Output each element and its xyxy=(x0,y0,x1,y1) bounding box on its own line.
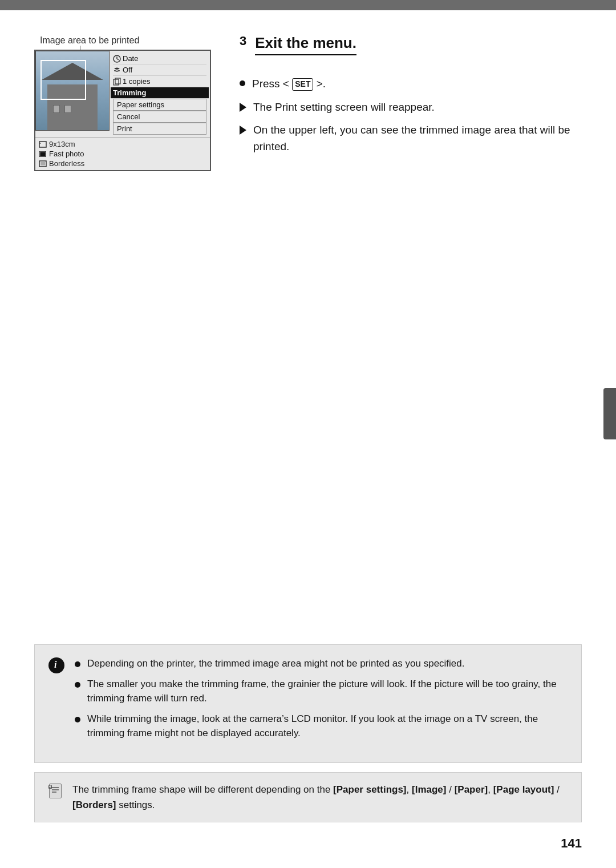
size-label: 9x13cm xyxy=(49,140,75,148)
note-bold-5: [Borders] xyxy=(72,800,116,810)
window1 xyxy=(53,105,60,113)
type-row: Fast photo xyxy=(39,150,206,158)
instruction-2: The Print setting screen will reappear. xyxy=(240,99,582,116)
warning-3-text: While trimming the image, look at the ca… xyxy=(87,712,568,741)
lcd-inner: Date Off xyxy=(35,51,210,137)
note-bold-4: [Page layout] xyxy=(493,784,554,795)
size-row: 9x13cm xyxy=(39,140,206,148)
cancel-label: Cancel xyxy=(117,112,140,121)
set-button: SET xyxy=(292,78,313,91)
lcd-image xyxy=(35,51,110,131)
type-icon xyxy=(39,150,47,158)
image-area-label: Image area to be printed xyxy=(40,35,139,45)
svg-rect-7 xyxy=(39,151,46,157)
border-icon xyxy=(39,160,47,168)
print-label: Print xyxy=(117,124,132,133)
type-label: Fast photo xyxy=(49,150,84,158)
top-bar xyxy=(0,0,616,10)
warning-2: The smaller you make the trimming frame,… xyxy=(75,677,568,706)
note-svg-icon xyxy=(48,783,64,799)
note-bold-3: [Paper] xyxy=(455,784,488,795)
warning-2-text: The smaller you make the trimming frame,… xyxy=(87,677,568,706)
bullet-arrow-1 xyxy=(240,103,246,112)
warning-1-text: Depending on the printer, the trimmed im… xyxy=(87,656,465,671)
step-section: Image area to be printed xyxy=(34,34,582,171)
svg-line-2 xyxy=(117,59,119,60)
step-number: 3 xyxy=(240,34,246,48)
menu-copies-label: copies xyxy=(129,77,151,86)
menu-row-trimming: Trimming xyxy=(111,87,209,99)
menu-copies-value: 1 xyxy=(123,77,127,86)
right-panel: 3 Exit the menu. Press < SET >. The Prin… xyxy=(240,34,582,171)
instruction-2-text: The Print setting screen will reappear. xyxy=(253,99,435,116)
note-bold-1: [Paper settings] xyxy=(333,784,406,795)
instruction-1: Press < SET >. xyxy=(240,76,582,92)
lcd-menu: Date Off xyxy=(110,51,210,137)
instruction-list: Press < SET >. The Print setting screen … xyxy=(240,76,582,155)
menu-trimming-value: Trimming xyxy=(113,88,147,97)
instruction-3-text: On the upper left, you can see the trimm… xyxy=(253,122,582,155)
step-header: 3 Exit the menu. xyxy=(240,34,582,66)
date-icon xyxy=(113,55,121,63)
paper-settings-label: Paper settings xyxy=(117,100,164,109)
note-icon xyxy=(48,783,64,802)
bullet-dot-1 xyxy=(240,80,245,86)
image-area-label-container: Image area to be printed xyxy=(34,34,217,46)
warning-header: Depending on the printer, the trimmed im… xyxy=(48,656,568,746)
step-title: Exit the menu. xyxy=(255,34,356,55)
menu-effect-value: Off xyxy=(123,66,132,74)
border-label: Borderless xyxy=(49,159,84,168)
menu-date-value: Date xyxy=(123,54,138,63)
camera-lcd: Date Off xyxy=(34,50,211,171)
warning-3: While trimming the image, look at the ca… xyxy=(75,712,568,741)
menu-row-paper-settings: Paper settings xyxy=(113,99,206,111)
svg-rect-10 xyxy=(40,162,45,165)
left-panel: Image area to be printed xyxy=(34,34,217,171)
menu-row-copies: 1 copies xyxy=(113,76,206,87)
menu-row-print: Print xyxy=(113,123,206,135)
right-tab xyxy=(603,388,616,439)
warning-box: Depending on the printer, the trimmed im… xyxy=(34,644,582,763)
warning-icon xyxy=(48,657,67,676)
effect-icon xyxy=(113,66,121,74)
instruction-1-text: Press < SET >. xyxy=(252,76,326,92)
warning-bullets: Depending on the printer, the trimmed im… xyxy=(75,656,568,746)
menu-row-effect: Off xyxy=(113,64,206,76)
warning-1: Depending on the printer, the trimmed im… xyxy=(75,656,568,671)
copies-icon xyxy=(113,78,121,86)
warning-bullet-2 xyxy=(75,682,80,688)
svg-rect-5 xyxy=(39,142,46,147)
page-number: 141 xyxy=(561,836,582,851)
lcd-bottom-info: 9x13cm Fast photo Bo xyxy=(35,137,210,170)
instruction-3: On the upper left, you can see the trimm… xyxy=(240,122,582,155)
bullet-arrow-2 xyxy=(240,126,246,135)
warning-bullet-3 xyxy=(75,717,80,722)
bottom-notes: Depending on the printer, the trimmed im… xyxy=(34,644,582,822)
note-text: The trimming frame shape will be differe… xyxy=(72,782,568,813)
window2 xyxy=(64,105,71,113)
border-row: Borderless xyxy=(39,159,206,168)
note-bold-2: [Image] xyxy=(412,784,446,795)
menu-row-date: Date xyxy=(113,53,206,64)
warning-bullet-1 xyxy=(75,661,80,667)
note-box: The trimming frame shape will be differe… xyxy=(34,772,582,822)
menu-row-cancel: Cancel xyxy=(113,111,206,123)
size-icon xyxy=(39,140,47,148)
trim-box xyxy=(40,60,86,100)
